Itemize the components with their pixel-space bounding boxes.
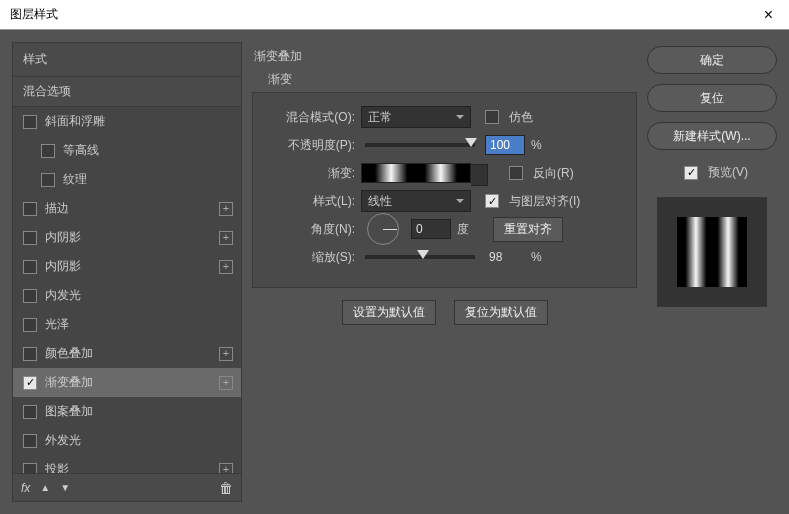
opacity-label: 不透明度(P): <box>265 137 355 154</box>
style-item-7[interactable]: 光泽 <box>13 310 241 339</box>
blend-mode-label: 混合模式(O): <box>265 109 355 126</box>
fx-icon[interactable]: fx <box>21 481 30 495</box>
angle-dial[interactable] <box>367 213 399 245</box>
style-label: 颜色叠加 <box>45 345 93 362</box>
style-checkbox[interactable] <box>23 289 37 303</box>
gradient-overlay-panel: 混合模式(O): 正常 仿色 不透明度(P): 100 % 渐变: 反向(R) … <box>252 92 637 288</box>
percent-label: % <box>531 138 542 152</box>
style-label: 样式(L): <box>265 193 355 210</box>
style-checkbox[interactable] <box>23 376 37 390</box>
styles-footer: fx ▲ ▼ 🗑 <box>13 473 241 501</box>
style-item-0[interactable]: 斜面和浮雕 <box>13 107 241 136</box>
plus-icon[interactable]: + <box>219 202 233 216</box>
reverse-label: 反向(R) <box>533 165 574 182</box>
style-item-10[interactable]: 图案叠加 <box>13 397 241 426</box>
style-select[interactable]: 线性 <box>361 190 471 212</box>
style-label: 图案叠加 <box>45 403 93 420</box>
style-label: 渐变叠加 <box>45 374 93 391</box>
scale-value[interactable]: 98 <box>485 247 525 267</box>
blend-options-header[interactable]: 混合选项 <box>13 77 241 107</box>
style-label: 投影 <box>45 461 69 473</box>
style-label: 光泽 <box>45 316 69 333</box>
style-checkbox[interactable] <box>23 231 37 245</box>
style-label: 等高线 <box>63 142 99 159</box>
close-icon[interactable]: × <box>758 4 779 26</box>
angle-unit: 度 <box>457 221 469 238</box>
percent-label-2: % <box>531 250 542 264</box>
style-label: 内发光 <box>45 287 81 304</box>
trash-icon[interactable]: 🗑 <box>219 480 233 496</box>
style-checkbox[interactable] <box>41 144 55 158</box>
style-checkbox[interactable] <box>23 260 37 274</box>
panel-title: 渐变叠加 <box>252 46 637 69</box>
plus-icon[interactable]: + <box>219 347 233 361</box>
style-item-1[interactable]: 等高线 <box>13 136 241 165</box>
dither-checkbox[interactable] <box>485 110 499 124</box>
style-checkbox[interactable] <box>23 463 37 474</box>
plus-icon[interactable]: + <box>219 231 233 245</box>
style-checkbox[interactable] <box>23 434 37 448</box>
style-item-8[interactable]: 颜色叠加+ <box>13 339 241 368</box>
styles-column: 样式 混合选项 斜面和浮雕等高线纹理描边+内阴影+内阴影+内发光光泽颜色叠加+渐… <box>12 42 242 502</box>
style-checkbox[interactable] <box>23 347 37 361</box>
style-label: 外发光 <box>45 432 81 449</box>
reset-align-button[interactable]: 重置对齐 <box>493 217 563 242</box>
set-default-button[interactable]: 设置为默认值 <box>342 300 436 325</box>
style-item-12[interactable]: 投影+ <box>13 455 241 473</box>
new-style-button[interactable]: 新建样式(W)... <box>647 122 777 150</box>
styles-header[interactable]: 样式 <box>13 43 241 77</box>
opacity-value[interactable]: 100 <box>485 135 525 155</box>
style-item-4[interactable]: 内阴影+ <box>13 223 241 252</box>
window-title: 图层样式 <box>10 6 58 23</box>
scale-label: 缩放(S): <box>265 249 355 266</box>
plus-icon[interactable]: + <box>219 260 233 274</box>
scale-slider[interactable] <box>365 255 475 259</box>
style-label: 斜面和浮雕 <box>45 113 105 130</box>
style-checkbox[interactable] <box>41 173 55 187</box>
panel-subtitle: 渐变 <box>252 69 637 90</box>
center-column: 渐变叠加 渐变 混合模式(O): 正常 仿色 不透明度(P): 100 % 渐变… <box>252 42 637 502</box>
style-item-11[interactable]: 外发光 <box>13 426 241 455</box>
preview-box <box>657 197 767 307</box>
style-item-5[interactable]: 内阴影+ <box>13 252 241 281</box>
gradient-swatch[interactable] <box>361 163 471 183</box>
preview-label: 预览(V) <box>708 164 748 181</box>
angle-label: 角度(N): <box>265 221 355 238</box>
style-checkbox[interactable] <box>23 202 37 216</box>
gradient-label: 渐变: <box>265 165 355 182</box>
titlebar: 图层样式 × <box>0 0 789 30</box>
cancel-button[interactable]: 复位 <box>647 84 777 112</box>
style-item-9[interactable]: 渐变叠加+ <box>13 368 241 397</box>
style-label: 纹理 <box>63 171 87 188</box>
align-checkbox[interactable] <box>485 194 499 208</box>
style-checkbox[interactable] <box>23 405 37 419</box>
style-label: 内阴影 <box>45 229 81 246</box>
styles-list: 斜面和浮雕等高线纹理描边+内阴影+内阴影+内发光光泽颜色叠加+渐变叠加+图案叠加… <box>13 107 241 473</box>
dither-label: 仿色 <box>509 109 533 126</box>
main-area: 样式 混合选项 斜面和浮雕等高线纹理描边+内阴影+内阴影+内发光光泽颜色叠加+渐… <box>0 30 789 514</box>
preview-gradient <box>677 217 747 287</box>
style-label: 内阴影 <box>45 258 81 275</box>
style-checkbox[interactable] <box>23 318 37 332</box>
blend-mode-select[interactable]: 正常 <box>361 106 471 128</box>
opacity-slider[interactable] <box>365 143 475 147</box>
right-column: 确定 复位 新建样式(W)... 预览(V) <box>647 42 777 502</box>
style-checkbox[interactable] <box>23 115 37 129</box>
style-item-6[interactable]: 内发光 <box>13 281 241 310</box>
arrow-up-icon[interactable]: ▲ <box>40 482 50 493</box>
plus-icon[interactable]: + <box>219 376 233 390</box>
plus-icon[interactable]: + <box>219 463 233 474</box>
style-item-3[interactable]: 描边+ <box>13 194 241 223</box>
reverse-checkbox[interactable] <box>509 166 523 180</box>
arrow-down-icon[interactable]: ▼ <box>60 482 70 493</box>
preview-checkbox[interactable] <box>684 166 698 180</box>
align-label: 与图层对齐(I) <box>509 193 580 210</box>
style-item-2[interactable]: 纹理 <box>13 165 241 194</box>
style-label: 描边 <box>45 200 69 217</box>
angle-value[interactable]: 0 <box>411 219 451 239</box>
ok-button[interactable]: 确定 <box>647 46 777 74</box>
reset-default-button[interactable]: 复位为默认值 <box>454 300 548 325</box>
